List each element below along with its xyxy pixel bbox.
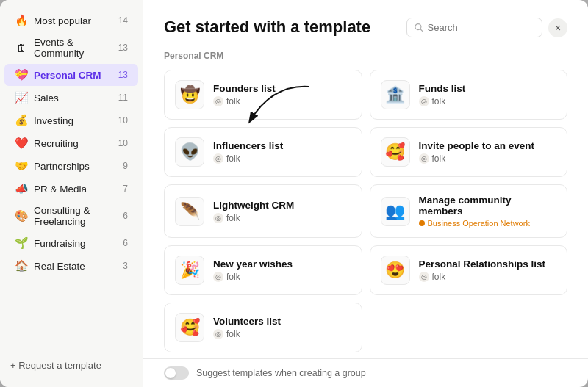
sidebar-count-events-community: 13 — [118, 43, 128, 53]
sidebar-label-real-estate: Real Estate — [34, 261, 117, 272]
source-label-personal-relationships: folk — [432, 272, 446, 282]
card-source-founders-list: ◎ folk — [213, 96, 351, 106]
card-name-manage-community: Manage community members — [419, 195, 557, 217]
source-label-new-year-wishes: folk — [226, 272, 240, 282]
source-folk-icon: ◎ — [213, 272, 223, 282]
source-folk-icon: ◎ — [419, 153, 429, 164]
sidebar-item-recruiting[interactable]: ❤️ Recruiting 10 — [4, 132, 138, 154]
card-founders-list[interactable]: 🤠 Founders list ◎ folk — [164, 70, 362, 120]
sidebar-icon-events-community: 🗓 — [15, 42, 28, 54]
card-emoji-new-year-wishes: 🎉 — [175, 256, 204, 285]
source-label-funds-list: folk — [432, 96, 446, 106]
request-template-button[interactable]: + Request a template — [10, 360, 132, 371]
card-name-funds-list: Funds list — [419, 83, 557, 94]
card-info-founders-list: Founders list ◎ folk — [213, 83, 351, 106]
header-right: × — [406, 18, 567, 37]
card-info-volunteers-list: Volunteers list ◎ folk — [213, 316, 351, 339]
page-title: Get started with a template — [164, 18, 370, 37]
request-template-label: + Request a template — [10, 360, 101, 371]
sidebar-label-recruiting: Recruiting — [34, 138, 112, 149]
source-label-founders-list: folk — [226, 96, 240, 106]
sidebar-label-events-community: Events & Community — [34, 37, 112, 59]
card-name-influencers-list: Influencers list — [213, 140, 351, 151]
toggle-knob — [165, 368, 176, 378]
card-source-funds-list: ◎ folk — [419, 96, 557, 106]
sidebar-icon-sales: 📈 — [15, 91, 28, 104]
card-source-lightweight-crm: ◎ folk — [213, 213, 351, 223]
source-folk-icon: ◎ — [213, 96, 223, 106]
sidebar-label-partnerships: Partnerships — [34, 161, 117, 172]
sidebar: 🔥 Most popular 14 🗓 Events & Community 1… — [0, 0, 143, 387]
sidebar-label-sales: Sales — [34, 93, 112, 104]
sidebar-count-investing: 10 — [118, 115, 128, 126]
source-folk-icon: ◎ — [419, 272, 429, 282]
sidebar-item-fundraising[interactable]: 🌱 Fundraising 6 — [4, 232, 138, 254]
card-lightweight-crm[interactable]: 🪶 Lightweight CRM ◎ folk — [164, 184, 362, 238]
card-info-influencers-list: Influencers list ◎ folk — [213, 140, 351, 164]
sidebar-count-partnerships: 9 — [123, 161, 128, 171]
main-footer: Suggest templates when creating a group — [143, 358, 588, 387]
sidebar-label-pr-media: PR & Media — [34, 184, 117, 195]
sidebar-label-consulting-freelancing: Consulting & Freelancing — [34, 205, 117, 227]
source-label-influencers-list: folk — [226, 153, 240, 164]
sidebar-item-events-community[interactable]: 🗓 Events & Community 13 — [4, 32, 138, 63]
source-folk-icon: ◎ — [213, 213, 223, 223]
svg-line-1 — [420, 29, 423, 32]
sidebar-icon-fundraising: 🌱 — [15, 236, 28, 250]
toggle-suggest[interactable] — [164, 366, 189, 380]
card-source-volunteers-list: ◎ folk — [213, 329, 351, 339]
sidebar-item-real-estate[interactable]: 🏠 Real Estate 3 — [4, 255, 138, 277]
card-emoji-lightweight-crm: 🪶 — [175, 197, 204, 226]
source-folk-icon: ◎ — [419, 96, 429, 106]
card-emoji-founders-list: 🤠 — [175, 80, 204, 109]
close-button[interactable]: × — [548, 18, 567, 37]
sidebar-icon-personal-crm: 💝 — [15, 68, 28, 82]
sidebar-label-most-popular: Most popular — [34, 15, 112, 26]
card-name-volunteers-list: Volunteers list — [213, 316, 351, 327]
card-info-manage-community: Manage community members Business Operat… — [419, 195, 557, 228]
card-funds-list[interactable]: 🏦 Funds list ◎ folk — [370, 70, 568, 120]
sidebar-icon-pr-media: 📣 — [15, 182, 28, 195]
card-manage-community[interactable]: 👥 Manage community members Business Oper… — [370, 184, 568, 238]
sidebar-icon-recruiting: ❤️ — [15, 137, 28, 150]
card-personal-relationships[interactable]: 😍 Personal Relationships list ◎ folk — [370, 245, 568, 295]
sidebar-icon-consulting-freelancing: 🎨 — [15, 209, 28, 223]
sidebar-item-investing[interactable]: 💰 Investing 10 — [4, 109, 138, 131]
sidebar-count-recruiting: 10 — [118, 138, 128, 148]
card-invite-people[interactable]: 🥰 Invite people to an event ◎ folk — [370, 127, 568, 177]
sidebar-item-pr-media[interactable]: 📣 PR & Media 7 — [4, 178, 138, 200]
modal: 🔥 Most popular 14 🗓 Events & Community 1… — [0, 0, 588, 387]
card-volunteers-list[interactable]: 🥰 Volunteers list ◎ folk — [164, 303, 362, 352]
search-box[interactable] — [406, 18, 542, 37]
card-new-year-wishes[interactable]: 🎉 New year wishes ◎ folk — [164, 245, 362, 295]
sidebar-count-most-popular: 14 — [118, 15, 128, 26]
card-influencers-list[interactable]: 👽 Influencers list ◎ folk — [164, 127, 362, 177]
card-name-new-year-wishes: New year wishes — [213, 258, 351, 270]
main-header: Get started with a template × — [143, 0, 588, 48]
sidebar-count-consulting-freelancing: 6 — [123, 211, 128, 221]
main-panel: Get started with a template × Personal C… — [143, 0, 588, 387]
sidebar-icon-real-estate: 🏠 — [15, 259, 28, 272]
sidebar-item-most-popular[interactable]: 🔥 Most popular 14 — [4, 10, 138, 32]
card-source-manage-community: Business Operation Network — [419, 219, 557, 228]
sidebar-count-fundraising: 6 — [123, 238, 128, 248]
sidebar-icon-most-popular: 🔥 — [15, 14, 28, 27]
section-personal-crm: Personal CRM 🤠 Founders list ◎ folk 🏦 Fu… — [164, 51, 567, 352]
sidebar-item-sales[interactable]: 📈 Sales 11 — [4, 87, 138, 109]
sidebar-label-personal-crm: Personal CRM — [34, 70, 112, 81]
footer-label: Suggest templates when creating a group — [196, 368, 366, 378]
sidebar-item-partnerships[interactable]: 🤝 Partnerships 9 — [4, 155, 138, 177]
sidebar-item-consulting-freelancing[interactable]: 🎨 Consulting & Freelancing 6 — [4, 200, 138, 231]
source-folk-icon: ◎ — [213, 153, 223, 164]
source-label-invite-people: folk — [432, 153, 446, 164]
card-source-personal-relationships: ◎ folk — [419, 272, 557, 282]
main-scroll: Personal CRM 🤠 Founders list ◎ folk 🏦 Fu… — [143, 48, 588, 358]
sidebar-count-personal-crm: 13 — [118, 70, 128, 80]
sidebar-count-pr-media: 7 — [123, 184, 128, 194]
card-name-founders-list: Founders list — [213, 83, 351, 94]
grid-personal-crm: 🤠 Founders list ◎ folk 🏦 Funds list ◎ fo… — [164, 70, 567, 352]
search-input[interactable] — [428, 22, 534, 33]
card-name-invite-people: Invite people to an event — [419, 140, 557, 151]
search-icon — [415, 23, 423, 32]
sidebar-item-personal-crm[interactable]: 💝 Personal CRM 13 — [4, 64, 138, 86]
